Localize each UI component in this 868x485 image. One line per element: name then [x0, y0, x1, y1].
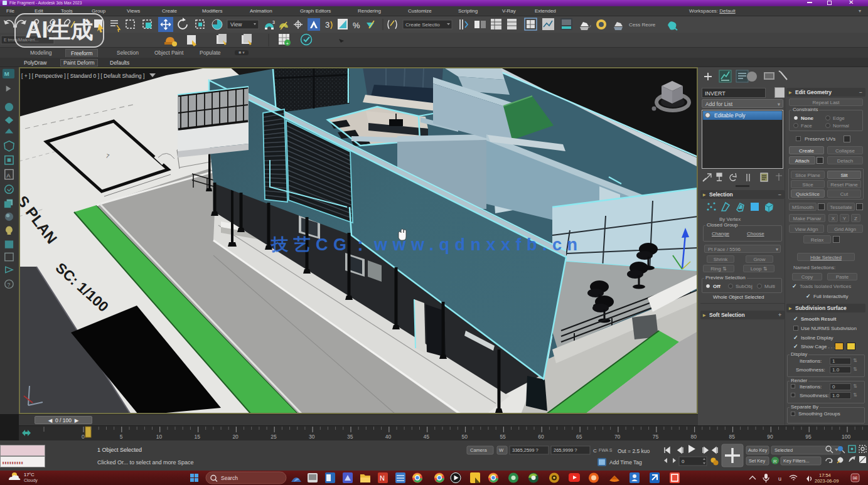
svg-text:0: 0 [82, 434, 85, 440]
svg-text:R: R [773, 459, 777, 464]
svg-text:✉: ✉ [853, 475, 858, 481]
svg-text:?: ? [8, 282, 11, 288]
svg-text:3: 3 [272, 20, 275, 24]
svg-text:50: 50 [462, 434, 468, 440]
svg-text:265,9999 ?: 265,9999 ? [554, 447, 577, 453]
svg-text:Camera: Camera [470, 447, 488, 453]
svg-text:C: C [593, 448, 597, 454]
svg-text:100: 100 [842, 434, 850, 440]
svg-text:N: N [380, 474, 385, 482]
svg-text:Search: Search [221, 475, 238, 481]
svg-text:75: 75 [653, 434, 659, 440]
svg-text:u: u [778, 476, 781, 482]
svg-text:3365,2599 ?: 3365,2599 ? [512, 447, 538, 453]
svg-text:5: 5 [120, 434, 123, 440]
svg-text:55: 55 [500, 434, 506, 440]
svg-text:0: 0 [682, 459, 685, 464]
svg-text:80: 80 [691, 434, 697, 440]
svg-text:Cloudy: Cloudy [24, 478, 38, 483]
svg-text:Create Selectio: Create Selectio [405, 22, 440, 28]
svg-text:A: A [6, 172, 11, 179]
svg-text:2023-06-09: 2023-06-09 [815, 478, 839, 484]
svg-text:+: + [286, 41, 289, 46]
svg-text:3: 3 [325, 20, 330, 29]
svg-text:15: 15 [195, 434, 201, 440]
svg-text:90: 90 [767, 434, 773, 440]
svg-text:25: 25 [271, 434, 277, 440]
svg-text:40: 40 [385, 434, 392, 440]
svg-text:Key Filters...: Key Filters... [783, 458, 810, 464]
svg-text:20: 20 [232, 434, 238, 440]
svg-text:[ + ] [ Perspective ] [ Stand: [ + ] [ Perspective ] [ Standard 0 ] [ D… [21, 73, 144, 79]
svg-text:95: 95 [805, 434, 812, 440]
svg-text:Add Time Tag: Add Time Tag [609, 459, 642, 466]
svg-text:View: View [230, 21, 242, 28]
svg-text:70: 70 [614, 434, 621, 440]
svg-text:Out = 2.5 kuo: Out = 2.5 kuo [618, 448, 650, 454]
svg-text:M: M [4, 70, 9, 77]
svg-text:30: 30 [309, 434, 315, 440]
svg-text:技艺CG：www.qdnxxfb.cn: 技艺CG：www.qdnxxfb.cn [271, 235, 583, 254]
svg-text:Set Key: Set Key [749, 458, 766, 464]
svg-text:85: 85 [729, 434, 736, 440]
svg-text:Auto Key: Auto Key [748, 447, 768, 453]
svg-text:17:54: 17:54 [819, 472, 831, 478]
svg-text:Cess Reore: Cess Reore [629, 22, 656, 28]
svg-text:35: 35 [347, 434, 353, 440]
svg-text:%: % [353, 21, 360, 30]
svg-text:10: 10 [156, 434, 163, 440]
svg-text:Selected: Selected [774, 447, 793, 453]
svg-text:65: 65 [576, 434, 582, 440]
svg-text:17°C: 17°C [24, 472, 35, 477]
svg-text:45: 45 [424, 434, 430, 440]
svg-text:FWA S: FWA S [599, 448, 613, 452]
svg-text:W: W [499, 447, 504, 453]
svg-text:60: 60 [538, 434, 544, 440]
